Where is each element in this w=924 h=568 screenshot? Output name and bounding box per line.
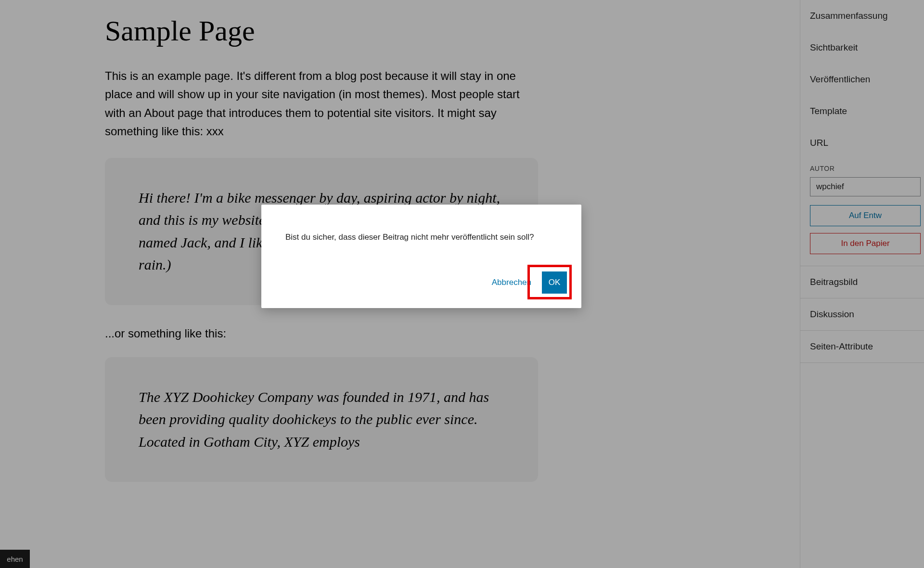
cancel-button[interactable]: Abbrechen [490, 273, 533, 292]
dialog-buttons: Abbrechen OK [490, 271, 567, 294]
confirm-dialog: Bist du sicher, dass dieser Beitrag nich… [261, 205, 581, 308]
dialog-message: Bist du sicher, dass dieser Beitrag nich… [261, 205, 581, 242]
ok-button[interactable]: OK [542, 271, 567, 294]
